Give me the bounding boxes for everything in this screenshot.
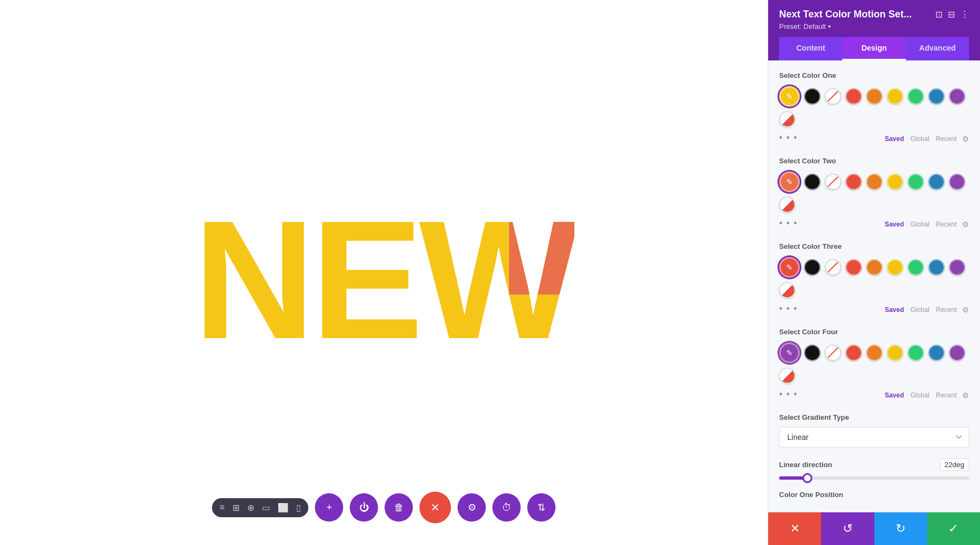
color-swatch[interactable] xyxy=(928,259,945,275)
color-tab-recent[interactable]: Recent xyxy=(933,390,960,400)
color-swatch[interactable] xyxy=(928,174,945,190)
color-tab-global[interactable]: Global xyxy=(907,305,933,315)
tab-advanced[interactable]: Advanced xyxy=(906,37,969,60)
gradient-type-select[interactable]: Linear Radial Conic xyxy=(779,427,969,448)
screenshot-icon[interactable]: ⊡ xyxy=(935,9,942,20)
color-swatch-custom[interactable] xyxy=(779,111,795,127)
color-one-position-section: Color One Position xyxy=(779,491,969,499)
color-four-picker[interactable]: ✎ xyxy=(779,342,800,363)
color-three-tabs: Saved Global Recent ⚙ xyxy=(881,305,969,315)
color-two-picker[interactable]: ✎ xyxy=(779,172,800,192)
color-swatch-transparent[interactable] xyxy=(825,345,841,361)
tab-design[interactable]: Design xyxy=(842,37,905,60)
color-one-picker[interactable]: ✎ xyxy=(779,86,800,107)
color-swatch[interactable] xyxy=(804,174,820,190)
color-four-more[interactable]: • • • xyxy=(779,389,798,400)
color-two-tabs: Saved Global Recent ⚙ xyxy=(881,219,969,229)
color-swatch[interactable] xyxy=(928,88,945,105)
color-swatch-transparent[interactable] xyxy=(825,88,841,105)
slider-thumb[interactable] xyxy=(803,473,812,483)
color-swatch[interactable] xyxy=(846,259,862,275)
panel-title: Next Text Color Motion Set... xyxy=(779,9,912,20)
color-swatch[interactable] xyxy=(804,259,820,275)
footer-confirm-button[interactable]: ✓ xyxy=(927,512,980,545)
bottom-toolbar: ≡ ⊞ ⊕ ▭ ⬜ ▯ + ⏻ 🗑 ✕ ⚙ ⏱ ⇅ xyxy=(212,492,555,523)
color-tab-global[interactable]: Global xyxy=(907,134,933,144)
color-swatch[interactable] xyxy=(804,88,820,105)
reorder-button[interactable]: ⇅ xyxy=(528,493,556,522)
color-swatch[interactable] xyxy=(949,345,965,361)
color-swatch[interactable] xyxy=(846,88,862,105)
color-settings-icon[interactable]: ⚙ xyxy=(962,220,969,229)
color-two-more[interactable]: • • • xyxy=(779,218,798,229)
toolbar-menu-icon[interactable]: ≡ xyxy=(219,503,224,512)
color-swatch[interactable] xyxy=(887,345,903,361)
color-tab-saved[interactable]: Saved xyxy=(881,219,907,229)
preset-row[interactable]: Preset: Default ▾ xyxy=(779,22,969,30)
tab-content[interactable]: Content xyxy=(779,37,842,60)
color-swatch[interactable] xyxy=(949,174,965,190)
color-swatch[interactable] xyxy=(908,345,924,361)
color-swatch[interactable] xyxy=(887,88,903,105)
color-swatch[interactable] xyxy=(928,345,945,361)
color-tab-recent[interactable]: Recent xyxy=(933,134,960,144)
color-settings-icon[interactable]: ⚙ xyxy=(962,305,969,314)
color-swatch[interactable] xyxy=(908,259,924,275)
color-swatch[interactable] xyxy=(866,259,883,275)
color-three-picker[interactable]: ✎ xyxy=(779,257,800,278)
color-one-more[interactable]: • • • xyxy=(779,132,798,144)
color-swatch-custom[interactable] xyxy=(779,282,795,298)
color-swatch[interactable] xyxy=(949,259,965,275)
split-icon[interactable]: ⊟ xyxy=(948,9,955,20)
color-swatch[interactable] xyxy=(866,174,883,190)
color-tab-saved[interactable]: Saved xyxy=(881,305,907,315)
color-tab-global[interactable]: Global xyxy=(907,219,933,229)
toolbar-grid-icon[interactable]: ⊞ xyxy=(232,503,240,513)
color-swatch[interactable] xyxy=(846,345,862,361)
close-button[interactable]: ✕ xyxy=(420,492,451,523)
color-swatch-custom[interactable] xyxy=(779,197,795,213)
toolbar-tablet-icon[interactable]: ⬜ xyxy=(278,503,289,513)
color-section-one: Select Color One ✎ • • • Saved Global Re… xyxy=(779,71,969,144)
color-swatch[interactable] xyxy=(846,174,862,190)
toolbar-left-group: ≡ ⊞ ⊕ ▭ ⬜ ▯ xyxy=(212,498,308,517)
color-swatch[interactable] xyxy=(908,88,924,105)
color-section-four: Select Color Four ✎ • • • Saved Global R… xyxy=(779,328,969,400)
footer-undo-button[interactable]: ↺ xyxy=(821,512,874,545)
right-panel: Next Text Color Motion Set... ⊡ ⊟ ⋮ Pres… xyxy=(768,0,980,545)
color-tab-global[interactable]: Global xyxy=(907,390,933,400)
color-tab-recent[interactable]: Recent xyxy=(933,219,960,229)
color-swatch[interactable] xyxy=(908,174,924,190)
toolbar-mobile-icon[interactable]: ▯ xyxy=(296,503,301,513)
footer-cancel-button[interactable]: ✕ xyxy=(768,512,821,545)
panel-tabs: Content Design Advanced xyxy=(779,37,969,60)
color-tab-saved[interactable]: Saved xyxy=(881,134,907,144)
more-icon[interactable]: ⋮ xyxy=(960,9,969,20)
color-swatch[interactable] xyxy=(866,88,883,105)
color-settings-icon[interactable]: ⚙ xyxy=(962,134,969,143)
color-swatch-custom[interactable] xyxy=(779,368,795,384)
color-swatch[interactable] xyxy=(887,259,903,275)
add-button[interactable]: + xyxy=(315,493,344,522)
color-swatch[interactable] xyxy=(949,88,965,105)
delete-button[interactable]: 🗑 xyxy=(385,493,413,522)
color-tab-saved[interactable]: Saved xyxy=(881,390,907,400)
color-three-more[interactable]: • • • xyxy=(779,303,798,315)
panel-title-icons: ⊡ ⊟ ⋮ xyxy=(935,9,969,20)
color-swatch-transparent[interactable] xyxy=(825,174,841,190)
color-swatch[interactable] xyxy=(887,174,903,190)
color-settings-icon[interactable]: ⚙ xyxy=(962,391,969,400)
toolbar-desktop-icon[interactable]: ▭ xyxy=(262,503,270,513)
linear-direction-value[interactable]: 22deg xyxy=(940,458,969,471)
color-tab-recent[interactable]: Recent xyxy=(933,305,960,315)
color-swatch-transparent[interactable] xyxy=(825,259,841,275)
footer-redo-button[interactable]: ↻ xyxy=(874,512,927,545)
color-swatch[interactable] xyxy=(804,345,820,361)
toolbar-search-icon[interactable]: ⊕ xyxy=(247,503,254,513)
linear-direction-slider[interactable] xyxy=(779,476,969,480)
color-one-title: Select Color One xyxy=(779,71,969,79)
power-button[interactable]: ⏻ xyxy=(350,493,378,522)
timer-button[interactable]: ⏱ xyxy=(493,493,521,522)
color-swatch[interactable] xyxy=(866,345,883,361)
settings-button[interactable]: ⚙ xyxy=(458,493,486,522)
